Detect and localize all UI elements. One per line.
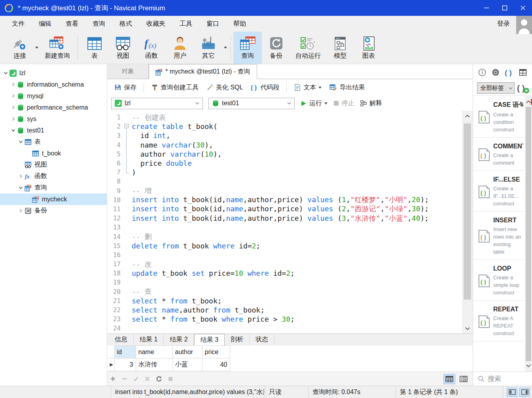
menu-query[interactable]: 查询: [85, 16, 112, 32]
tree-item-mycheck[interactable]: mycheck: [0, 193, 107, 205]
toolbar-other-button[interactable]: 其它: [194, 32, 223, 64]
column-header-author[interactable]: author: [172, 346, 202, 358]
cell-price[interactable]: 40: [202, 358, 230, 371]
explain-button[interactable]: 解释: [360, 99, 382, 108]
chevron-expanded-icon[interactable]: [2, 71, 9, 75]
editor-line[interactable]: 14-- 删: [107, 232, 462, 241]
text-view-button[interactable]: 文本: [291, 82, 325, 93]
editor-scrollbar[interactable]: [462, 111, 473, 334]
cell-name[interactable]: 水浒传: [136, 358, 172, 371]
menu-help[interactable]: 帮助: [226, 16, 253, 32]
snippet-scrollbar[interactable]: [525, 96, 532, 371]
scroll-down-icon[interactable]: [525, 360, 532, 371]
login-link[interactable]: 登录: [497, 20, 510, 28]
chevron-collapsed-icon[interactable]: [9, 82, 17, 87]
toolbar-autorun-button[interactable]: 自动运行: [290, 32, 326, 64]
new-snippet-button[interactable]: ( ): [517, 83, 530, 94]
editor-line[interactable]: 18update t_book set price=10 where id=2;: [107, 269, 462, 278]
save-button[interactable]: 保存: [111, 82, 140, 93]
snippet-search[interactable]: 搜索: [473, 371, 532, 386]
tree-item-tables[interactable]: 表: [0, 136, 107, 148]
editor-line[interactable]: 1-- 创建表: [107, 113, 462, 122]
snippet-insert[interactable]: ()INSERTInsert new rows into an existing…: [473, 212, 525, 260]
editor-line[interactable]: 16: [107, 250, 462, 260]
grid-panel-icon[interactable]: [519, 68, 527, 76]
minimize-button[interactable]: [477, 0, 496, 16]
tree-item-t-book[interactable]: t_book: [0, 148, 107, 159]
export-result-button[interactable]: 导出结果: [326, 82, 368, 93]
editor-line[interactable]: 19: [107, 278, 462, 287]
apply-record-button[interactable]: [133, 376, 138, 381]
result-tab-result2[interactable]: 结果 2: [164, 334, 194, 345]
cell-author[interactable]: 小蓝: [172, 358, 202, 371]
tree-item-performance-schema[interactable]: performance_schema: [0, 102, 107, 113]
editor-line[interactable]: 12insert into t_book(id,name,author,pric…: [107, 214, 462, 223]
tree-item-mysql[interactable]: mysql: [0, 90, 107, 102]
chevron-expanded-icon[interactable]: [9, 128, 17, 133]
form-view-button[interactable]: [458, 374, 470, 384]
run-button[interactable]: 运行: [300, 99, 328, 108]
result-tab-result1[interactable]: 结果 1: [134, 334, 164, 345]
fold-collapse-icon[interactable]: −: [124, 124, 129, 128]
tab-query-active[interactable]: * mycheck @test01 (lzl) - 查询: [149, 64, 257, 79]
tag-filter-select[interactable]: 全部标签: [477, 82, 515, 94]
grid-view-button[interactable]: [443, 374, 455, 384]
scrollbar-thumb[interactable]: [526, 107, 531, 361]
tree-item-queries[interactable]: 查询: [0, 182, 107, 193]
toolbar-view-button[interactable]: 视图: [109, 32, 137, 64]
column-header-price[interactable]: price: [202, 346, 230, 358]
scroll-up-icon[interactable]: [462, 111, 473, 121]
column-header-name[interactable]: name: [136, 346, 172, 358]
toolbar-model-button[interactable]: 模型: [326, 32, 354, 64]
snippet-ifelse[interactable]: ()IF...ELSECreate a IF...ELSE... constru…: [473, 171, 525, 212]
stop-record-button[interactable]: [168, 377, 173, 381]
chevron-collapsed-icon[interactable]: [17, 208, 25, 213]
editor-line[interactable]: 3 id int,: [107, 131, 462, 140]
toolbar-query-button[interactable]: 查询: [233, 32, 262, 64]
chevron-expanded-icon[interactable]: [17, 140, 25, 144]
delete-record-button[interactable]: [122, 376, 127, 381]
editor-line[interactable]: 23select * from t_book where price > 30;: [107, 315, 462, 324]
editor-line[interactable]: 15delete from t_book where id=2;: [107, 241, 462, 250]
toolbar-function-button[interactable]: f(x)函数: [137, 32, 166, 64]
tree-item-functions[interactable]: fx函数: [0, 171, 107, 182]
editor-line[interactable]: 21select * from t_book;: [107, 296, 462, 305]
chevron-collapsed-icon[interactable]: [9, 94, 17, 98]
editor-line[interactable]: 24: [107, 324, 462, 333]
connection-select[interactable]: lzl: [111, 98, 203, 109]
tree-item-sys[interactable]: sys: [0, 113, 107, 125]
code-snippet-button[interactable]: ( ) 代码段: [248, 82, 282, 93]
info-icon[interactable]: [478, 68, 486, 76]
menu-format[interactable]: 格式: [112, 16, 139, 32]
menu-favorites[interactable]: 收藏夹: [139, 16, 172, 32]
query-builder-button[interactable]: 查询创建工具: [148, 82, 202, 93]
editor-line[interactable]: 8: [107, 177, 462, 186]
discard-record-button[interactable]: [145, 376, 150, 381]
snippet-repeat[interactable]: ()REPEATCreate A REPEAT construct: [473, 301, 525, 341]
grid-row[interactable]: ▶3水浒传小蓝40: [109, 358, 230, 371]
toolbar-connect-caret-icon[interactable]: [34, 32, 40, 64]
column-header-id[interactable]: id: [114, 346, 136, 358]
chevron-collapsed-icon[interactable]: [9, 105, 17, 110]
menu-window[interactable]: 窗口: [199, 16, 226, 32]
add-record-button[interactable]: [110, 376, 115, 381]
tab-objects[interactable]: 对象: [107, 64, 149, 79]
chevron-expanded-icon[interactable]: [17, 186, 25, 190]
sql-editor[interactable]: 1-- 创建表2−create table t_book(3 id int,4 …: [107, 111, 473, 334]
editor-line[interactable]: 10insert into t_book(id,name,author,pric…: [107, 195, 462, 205]
snippet-comment[interactable]: ()COMMENTCreate a comment: [473, 138, 525, 171]
menu-file[interactable]: 文件: [5, 16, 32, 32]
editor-line[interactable]: 7): [107, 168, 462, 177]
editor-line[interactable]: 5 author varchar(10),: [107, 150, 462, 159]
refresh-record-button[interactable]: [156, 376, 162, 382]
tree-item-views[interactable]: 视图: [0, 159, 107, 171]
chevron-collapsed-icon[interactable]: [9, 117, 17, 121]
snippet-case[interactable]: ()CASE 语句Create a condition construct: [473, 96, 525, 138]
stop-button[interactable]: 停止: [333, 99, 354, 108]
eye-icon[interactable]: [492, 68, 500, 76]
close-button[interactable]: [514, 0, 532, 16]
tree-item-lzl[interactable]: lzl: [0, 67, 107, 79]
avatar[interactable]: [516, 16, 532, 34]
menu-view[interactable]: 查看: [59, 16, 85, 32]
editor-line[interactable]: 6 price double: [107, 159, 462, 168]
